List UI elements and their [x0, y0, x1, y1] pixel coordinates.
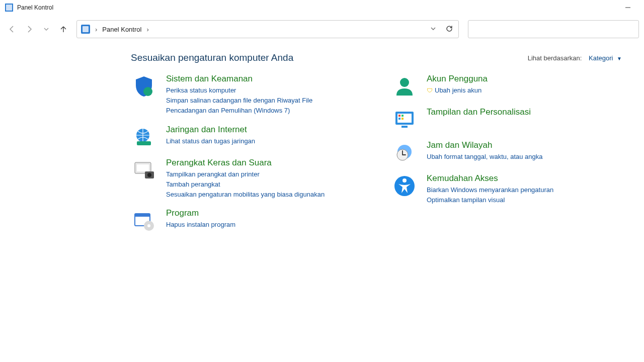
forward-button[interactable]	[22, 22, 36, 36]
network-icon[interactable]	[131, 124, 157, 149]
category-title[interactable]: Kemudahan Akses	[427, 173, 622, 184]
user-icon[interactable]	[391, 73, 418, 99]
refresh-button[interactable]	[445, 25, 453, 34]
back-button[interactable]	[5, 22, 19, 36]
recent-dropdown[interactable]	[39, 22, 53, 36]
category-item: Jaringan dan InternetLihat status dan tu…	[131, 124, 361, 149]
category-title[interactable]: Jam dan Wilayah	[427, 140, 622, 151]
category-item: Perangkat Keras dan SuaraTampilkan peran…	[131, 157, 361, 200]
category-title[interactable]: Tampilan dan Personalisasi	[427, 107, 622, 118]
category-item: Jam dan WilayahUbah format tanggal, wakt…	[391, 140, 622, 165]
category-item: Akun PenggunaUbah jenis akun	[391, 73, 622, 99]
view-by-label: Lihat berdasarkan:	[528, 54, 582, 62]
category-column-right: Akun PenggunaUbah jenis akunTampilan dan…	[391, 73, 622, 241]
programs-icon[interactable]	[131, 208, 157, 233]
up-button[interactable]	[56, 22, 70, 36]
category-link[interactable]: Pencadangan dan Pemulihan (Windows 7)	[166, 106, 361, 116]
view-by-control[interactable]: Lihat berdasarkan: Kategori ▼	[528, 54, 622, 62]
minimize-button[interactable]	[617, 0, 639, 15]
titlebar: Panel Kontrol	[0, 0, 644, 15]
category-title[interactable]: Perangkat Keras dan Suara	[166, 157, 361, 168]
category-title[interactable]: Akun Pengguna	[427, 73, 622, 84]
hardware-icon[interactable]	[131, 157, 157, 200]
category-link[interactable]: Optimalkan tampilan visual	[427, 195, 622, 205]
personalize-icon[interactable]	[391, 107, 418, 132]
view-by-value: Kategori	[589, 54, 613, 62]
address-history-dropdown[interactable]	[430, 26, 436, 33]
chevron-down-icon: ▼	[617, 56, 622, 61]
navigation-bar: › Panel Kontrol ›	[0, 15, 644, 43]
category-title[interactable]: Sistem dan Keamanan	[166, 73, 361, 84]
category-item: ProgramHapus instalan program	[131, 208, 361, 233]
category-link[interactable]: Lihat status dan tugas jaringan	[166, 136, 361, 146]
content-area: Sesuaikan pengaturan komputer Anda Lihat…	[0, 43, 644, 241]
window-controls	[617, 0, 639, 15]
clock-icon[interactable]	[391, 140, 418, 165]
category-item: Tampilan dan Personalisasi	[391, 107, 622, 132]
ease-icon[interactable]	[391, 173, 418, 205]
category-link[interactable]: Ubah format tanggal, waktu, atau angka	[427, 152, 622, 162]
window-title: Panel Kontrol	[17, 4, 53, 11]
chevron-right-icon[interactable]: ›	[95, 26, 97, 33]
address-bar[interactable]: › Panel Kontrol ›	[76, 20, 459, 38]
category-link[interactable]: Sesuaikan pengaturan mobilitas yang bias…	[166, 190, 361, 200]
category-title[interactable]: Jaringan dan Internet	[166, 124, 361, 135]
category-title[interactable]: Program	[166, 208, 361, 219]
category-link[interactable]: Biarkan Windows menyarankan pengaturan	[427, 185, 622, 195]
page-title: Sesuaikan pengaturan komputer Anda	[131, 52, 293, 63]
search-input[interactable]	[468, 20, 639, 38]
control-panel-icon	[5, 4, 13, 12]
shield-icon[interactable]	[131, 73, 157, 116]
category-column-left: Sistem dan KeamananPeriksa status komput…	[131, 73, 361, 241]
category-link[interactable]: Periksa status komputer	[166, 85, 361, 96]
category-link[interactable]: Simpan salinan cadangan file dengan Riwa…	[166, 96, 361, 106]
chevron-right-icon[interactable]: ›	[146, 26, 148, 33]
breadcrumb[interactable]: Panel Kontrol	[102, 26, 141, 33]
address-icon	[81, 25, 90, 34]
category-link[interactable]: Ubah jenis akun	[427, 85, 622, 96]
category-item: Kemudahan AksesBiarkan Windows menyarank…	[391, 173, 622, 205]
category-item: Sistem dan KeamananPeriksa status komput…	[131, 73, 361, 116]
category-link[interactable]: Tambah perangkat	[166, 179, 361, 190]
category-link[interactable]: Tampilkan perangkat dan printer	[166, 169, 361, 179]
category-link[interactable]: Hapus instalan program	[166, 220, 361, 230]
